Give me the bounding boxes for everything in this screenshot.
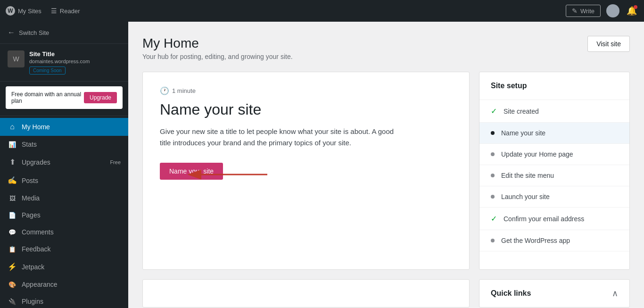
wp-logo-text: W [8, 8, 13, 14]
notification-badge [634, 5, 637, 9]
top-bar-left: W My Sites ☰ Reader [6, 6, 80, 16]
setup-item-wp-app[interactable]: Get the WordPress app [479, 230, 629, 251]
collapse-icon[interactable]: ∧ [612, 288, 618, 299]
sidebar-item-pages[interactable]: 📄 Pages [0, 207, 128, 224]
sidebar-item-appearance[interactable]: 🎨 Appearance [0, 276, 128, 293]
back-arrow-icon: ← [8, 28, 15, 37]
site-setup-card: Site setup ✓ Site created Name your site… [479, 72, 630, 270]
site-icon: W [8, 50, 25, 67]
main-content: My Home Your hub for posting, editing, a… [128, 22, 644, 308]
cards-row: 🕐 1 minute Name your site Give your new … [142, 72, 630, 270]
upgrade-button[interactable]: Upgrade [84, 92, 117, 103]
setup-item-label: Edit the site menu [501, 172, 554, 179]
setup-item-site-created[interactable]: ✓ Site created [479, 100, 629, 123]
stats-icon: 📊 [8, 141, 17, 148]
sidebar-item-label: Pages [22, 211, 41, 219]
card-title: Name your site [160, 101, 452, 118]
check-icon: ✓ [491, 107, 497, 116]
dot-icon [491, 239, 495, 242]
clock-icon: 🕐 [160, 86, 169, 95]
page-subtitle: Your hub for posting, editing, and growi… [142, 53, 293, 60]
upgrades-icon: ⬆ [8, 158, 17, 166]
time-indicator: 🕐 1 minute [160, 86, 452, 95]
sidebar-item-jetpack[interactable]: ⚡ Jetpack [0, 258, 128, 276]
setup-item-label: Get the WordPress app [501, 237, 570, 244]
write-icon: ✎ [572, 7, 578, 15]
sidebar: ← Switch Site W Site Title domaintes.wor… [0, 22, 128, 308]
sidebar-item-comments[interactable]: 💬 Comments [0, 224, 128, 241]
notifications-icon[interactable]: 🔔 [625, 4, 638, 17]
setup-item-label: Update your Home page [501, 150, 573, 158]
site-details: Site Title domaintes.wordpress.com Comin… [29, 50, 121, 75]
quick-links-card: Quick links ∧ [479, 279, 630, 308]
sidebar-item-label: Plugins [22, 298, 43, 305]
time-label: 1 minute [172, 87, 196, 94]
check-icon: ✓ [491, 214, 497, 223]
sidebar-item-label: Jetpack [22, 263, 44, 271]
setup-item-home-page[interactable]: Update your Home page [479, 144, 629, 165]
setup-item-label: Confirm your email address [504, 215, 584, 223]
media-icon: 🖼 [8, 195, 17, 202]
setup-item-site-menu[interactable]: Edit the site menu [479, 165, 629, 186]
sidebar-item-label: My Home [22, 123, 50, 131]
sidebar-item-label: Comments [22, 228, 54, 236]
setup-header: Site setup [479, 72, 629, 100]
active-dot-icon [491, 131, 495, 135]
site-info: W Site Title domaintes.wordpress.com Com… [0, 44, 128, 82]
card-description: Give your new site a title to let people… [160, 126, 396, 149]
sidebar-item-media[interactable]: 🖼 Media [0, 190, 128, 207]
layout: ← Switch Site W Site Title domaintes.wor… [0, 22, 644, 308]
upgrade-banner: Free domain with an annual plan Upgrade [6, 86, 123, 109]
dot-icon [491, 174, 495, 177]
setup-item-label: Launch your site [501, 193, 550, 200]
switch-site-button[interactable]: ← Switch Site [0, 22, 128, 44]
sidebar-item-label: Feedback [22, 245, 50, 253]
site-title: Site Title [29, 50, 121, 58]
dot-icon [491, 152, 495, 156]
coming-soon-badge[interactable]: Coming Soon [29, 67, 66, 75]
sidebar-item-posts[interactable]: ✍ Posts [0, 171, 128, 190]
page-title: My Home [142, 36, 293, 51]
reader-icon: ☰ [51, 7, 57, 15]
plugins-icon: 🔌 [8, 298, 17, 305]
jetpack-icon: ⚡ [8, 262, 17, 271]
avatar[interactable] [606, 4, 619, 17]
quick-links-title: Quick links [491, 289, 531, 298]
bottom-row: Quick links ∧ [142, 279, 630, 308]
feedback-icon: 📋 [8, 246, 17, 253]
setup-item-confirm-email[interactable]: ✓ Confirm your email address [479, 208, 629, 230]
setup-item-label: Site created [504, 108, 539, 115]
top-bar: W My Sites ☰ Reader ✎ Write 🔔 [0, 0, 644, 22]
upgrades-badge: Free [110, 159, 121, 165]
name-your-site-card: 🕐 1 minute Name your site Give your new … [142, 72, 470, 270]
switch-site-label: Switch Site [19, 29, 49, 36]
sidebar-item-my-home[interactable]: ⌂ My Home [0, 118, 128, 136]
sidebar-item-upgrades[interactable]: ⬆ Upgrades Free [0, 153, 128, 171]
setup-item-name-site[interactable]: Name your site [479, 123, 629, 144]
setup-title: Site setup [491, 82, 527, 90]
wp-logo: W [6, 6, 15, 16]
write-button[interactable]: ✎ Write [566, 5, 601, 17]
sidebar-item-feedback[interactable]: 📋 Feedback [0, 241, 128, 258]
setup-item-label: Name your site [501, 129, 545, 137]
reader-label: Reader [60, 8, 80, 15]
sidebar-item-stats[interactable]: 📊 Stats [0, 136, 128, 153]
page-header: My Home Your hub for posting, editing, a… [142, 36, 630, 60]
home-icon: ⌂ [8, 123, 17, 131]
upgrade-text: Free domain with an annual plan [11, 91, 84, 104]
reader-nav[interactable]: ☰ Reader [51, 7, 80, 15]
top-bar-right: ✎ Write 🔔 [566, 4, 638, 17]
my-sites-label: My Sites [18, 8, 41, 15]
visit-site-button[interactable]: Visit site [587, 36, 630, 52]
sidebar-item-plugins[interactable]: 🔌 Plugins [0, 293, 128, 308]
pages-icon: 📄 [8, 212, 17, 219]
page-header-text: My Home Your hub for posting, editing, a… [142, 36, 293, 60]
appearance-icon: 🎨 [8, 281, 17, 288]
posts-icon: ✍ [8, 176, 17, 185]
comments-icon: 💬 [8, 229, 17, 236]
my-sites-nav[interactable]: W My Sites [6, 6, 41, 16]
setup-item-launch[interactable]: Launch your site [479, 186, 629, 208]
sidebar-item-label: Upgrades [22, 158, 50, 166]
quick-links-header: Quick links ∧ [479, 280, 629, 307]
sidebar-item-label: Appearance [22, 281, 58, 288]
